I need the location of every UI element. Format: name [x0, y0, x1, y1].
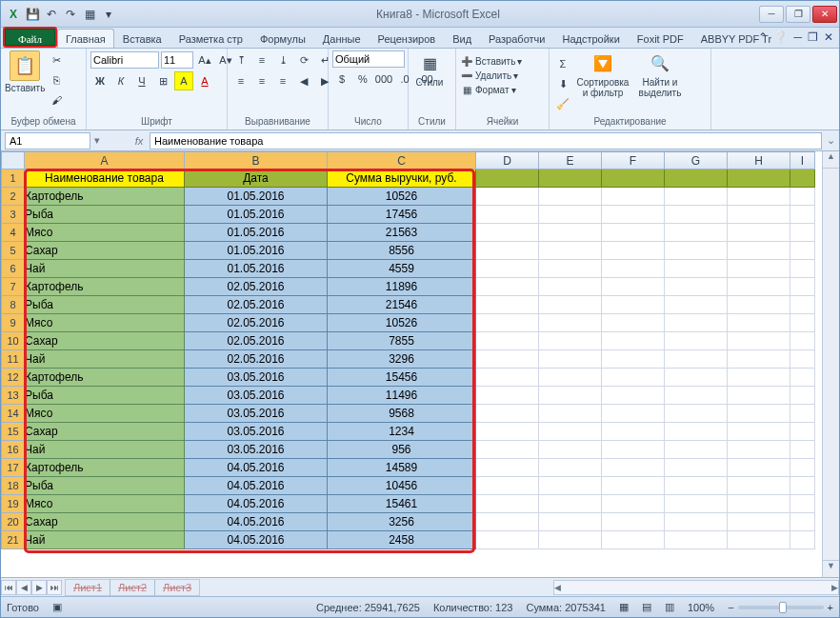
row-header-18[interactable]: 18: [2, 477, 25, 495]
row-header-7[interactable]: 7: [2, 278, 25, 296]
orientation-icon[interactable]: ⟳: [294, 50, 313, 70]
cell-I7[interactable]: [790, 278, 815, 296]
tab-data[interactable]: Данные: [314, 29, 370, 48]
clear-icon[interactable]: 🧹: [553, 94, 572, 113]
cell-A2[interactable]: Картофель: [25, 188, 185, 206]
view-pagebreak-icon[interactable]: ▥: [665, 601, 674, 613]
cell-B3[interactable]: 01.05.2016: [185, 206, 328, 224]
view-normal-icon[interactable]: ▦: [619, 601, 629, 613]
cell-H7[interactable]: [728, 278, 790, 296]
cell-B2[interactable]: 01.05.2016: [185, 188, 328, 206]
cell-C1[interactable]: Сумма выручки, руб.: [328, 169, 476, 188]
align-right-icon[interactable]: ≡: [273, 71, 292, 90]
cell-H8[interactable]: [728, 296, 790, 314]
macro-record-icon[interactable]: ▣: [52, 601, 62, 613]
fill-icon[interactable]: ⬇: [553, 74, 572, 93]
cell-G11[interactable]: [665, 350, 728, 369]
cell-H16[interactable]: [728, 441, 790, 459]
cell-C15[interactable]: 1234: [328, 423, 476, 441]
cell-B11[interactable]: 02.05.2016: [185, 350, 328, 369]
cell-G21[interactable]: [665, 531, 728, 549]
cell-C18[interactable]: 10456: [328, 477, 476, 495]
cell-I16[interactable]: [790, 441, 815, 459]
cell-D1[interactable]: [476, 169, 539, 188]
formula-expand-icon[interactable]: ⌄: [822, 134, 839, 147]
cell-D2[interactable]: [476, 188, 539, 206]
col-header-E[interactable]: E: [539, 152, 602, 169]
cell-H18[interactable]: [728, 477, 790, 495]
row-header-4[interactable]: 4: [2, 224, 25, 242]
col-header-C[interactable]: C: [328, 152, 476, 169]
cell-F20[interactable]: [602, 513, 665, 531]
cell-B20[interactable]: 04.05.2016: [185, 513, 328, 531]
tab-review[interactable]: Рецензиров: [370, 29, 445, 48]
row-header-19[interactable]: 19: [2, 495, 25, 513]
vertical-scrollbar[interactable]: ▲ ▼: [822, 151, 839, 577]
cell-B15[interactable]: 03.05.2016: [185, 423, 328, 441]
cell-G1[interactable]: [665, 169, 728, 188]
view-layout-icon[interactable]: ▤: [642, 601, 651, 613]
cell-A3[interactable]: Рыба: [25, 206, 185, 224]
align-bottom-icon[interactable]: ⤓: [273, 50, 292, 70]
formula-bar[interactable]: Наименование товара: [150, 132, 822, 150]
cell-F6[interactable]: [602, 260, 665, 278]
cell-C3[interactable]: 17456: [328, 206, 476, 224]
cell-B8[interactable]: 02.05.2016: [185, 296, 328, 314]
row-header-14[interactable]: 14: [2, 405, 25, 423]
cell-G18[interactable]: [665, 477, 728, 495]
cell-H10[interactable]: [728, 332, 790, 350]
font-color-icon[interactable]: A: [195, 71, 214, 90]
find-select-button[interactable]: 🔍 Найти и выделить: [633, 50, 687, 98]
cell-I11[interactable]: [790, 350, 815, 369]
horizontal-scrollbar[interactable]: ◀▶: [553, 580, 839, 595]
paste-button[interactable]: 📋 Вставить: [5, 50, 45, 93]
cell-E7[interactable]: [539, 278, 602, 296]
zoom-in-icon[interactable]: +: [828, 602, 833, 613]
row-header-5[interactable]: 5: [2, 242, 25, 260]
cell-E19[interactable]: [539, 495, 602, 513]
cell-H3[interactable]: [728, 206, 790, 224]
cell-E17[interactable]: [539, 459, 602, 477]
cell-B1[interactable]: Дата: [185, 169, 328, 188]
cell-F19[interactable]: [602, 495, 665, 513]
col-header-I[interactable]: I: [790, 152, 815, 169]
cell-D19[interactable]: [476, 495, 539, 513]
cell-H17[interactable]: [728, 459, 790, 477]
cell-F2[interactable]: [602, 188, 665, 206]
cell-D13[interactable]: [476, 387, 539, 405]
align-middle-icon[interactable]: ≡: [252, 50, 271, 70]
cell-H15[interactable]: [728, 423, 790, 441]
namebox-dropdown-icon[interactable]: ▾: [94, 134, 100, 147]
sort-filter-button[interactable]: 🔽 Сортировка и фильтр: [574, 50, 631, 98]
cell-E18[interactable]: [539, 477, 602, 495]
cell-B4[interactable]: 01.05.2016: [185, 224, 328, 242]
doc-minimize-icon[interactable]: ─: [793, 30, 802, 44]
cell-I13[interactable]: [790, 387, 815, 405]
cell-G13[interactable]: [665, 387, 728, 405]
cell-G7[interactable]: [665, 278, 728, 296]
fill-color-icon[interactable]: A: [174, 71, 193, 90]
cell-A8[interactable]: Рыба: [25, 296, 185, 314]
cell-E15[interactable]: [539, 423, 602, 441]
tab-home[interactable]: Главная: [57, 29, 114, 48]
comma-icon[interactable]: 000: [374, 70, 393, 89]
cell-A4[interactable]: Мясо: [25, 224, 185, 242]
zoom-slider[interactable]: − +: [728, 602, 833, 613]
underline-button[interactable]: Ч: [132, 71, 151, 90]
cell-F14[interactable]: [602, 405, 665, 423]
cell-I14[interactable]: [790, 405, 815, 423]
select-all-corner[interactable]: [2, 152, 25, 169]
zoom-level[interactable]: 100%: [688, 602, 714, 613]
cell-F17[interactable]: [602, 459, 665, 477]
cell-F4[interactable]: [602, 224, 665, 242]
cell-F13[interactable]: [602, 387, 665, 405]
font-size-combo[interactable]: 11: [161, 51, 193, 69]
cell-D15[interactable]: [476, 423, 539, 441]
sheet-tab-2[interactable]: Лист2: [110, 579, 155, 596]
row-header-20[interactable]: 20: [2, 513, 25, 531]
row-header-8[interactable]: 8: [2, 296, 25, 314]
undo-icon[interactable]: ↶: [43, 6, 60, 23]
cell-I10[interactable]: [790, 332, 815, 350]
cell-D6[interactable]: [476, 260, 539, 278]
delete-cells-button[interactable]: ➖Удалить ▾: [460, 69, 518, 82]
